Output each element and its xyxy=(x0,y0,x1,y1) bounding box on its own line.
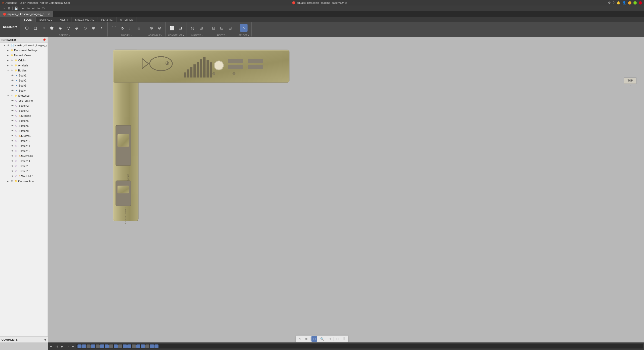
eye-sketch9[interactable]: 👁 xyxy=(11,134,14,138)
box-icon[interactable]: ▪ xyxy=(98,24,105,32)
tab-solid[interactable]: SOLID xyxy=(20,17,36,22)
tl-marker-16[interactable] xyxy=(145,344,149,348)
tab-mesh[interactable]: MESH xyxy=(56,17,71,22)
measure-icon[interactable]: ◎ xyxy=(189,24,196,32)
eye-sketch15[interactable]: 👁 xyxy=(11,164,14,168)
new-component-icon[interactable]: ⬡ xyxy=(23,24,31,32)
visibility-icon-analysis[interactable]: 👁 xyxy=(10,64,14,67)
maximize-button[interactable] xyxy=(633,1,637,5)
tab-plastic[interactable]: PLASTIC xyxy=(98,17,117,22)
browser-item-construction[interactable]: ▶ 👁 📁 Construction xyxy=(0,179,48,184)
browser-item-sketch4[interactable]: 👁 ⬡ ⚠ Sketch4 xyxy=(0,113,48,118)
rib-icon[interactable]: ▽ xyxy=(65,24,72,32)
eye-body3[interactable]: 👁 xyxy=(11,84,14,87)
loft-icon[interactable]: ◈ xyxy=(56,24,64,32)
browser-item-sketch15[interactable]: 👁 ⬡ Sketch15 xyxy=(0,164,48,169)
timeline-next-icon[interactable]: ▷ xyxy=(65,344,70,348)
browser-item-sketch16[interactable]: 👁 ⬡ Sketch16 xyxy=(0,169,48,174)
tl-marker-7[interactable] xyxy=(105,344,109,348)
tl-marker-15[interactable] xyxy=(141,344,145,348)
browser-item-sketch9[interactable]: 👁 ⬡ ⚠ Sketch9 xyxy=(0,133,48,138)
active-tab[interactable]: 🔴 aquatic_ultrasonic_imaging_c... ✕ xyxy=(0,11,53,17)
user-icon[interactable]: 👤 xyxy=(622,1,626,5)
browser-item-sketch17[interactable]: 👁 ⬡ ⚠ Sketch17 xyxy=(0,174,48,179)
pan-icon[interactable]: ⊟ xyxy=(327,336,333,342)
display-mode-icon[interactable]: ☐ xyxy=(311,336,317,342)
browser-item-body2[interactable]: 👁 ▪ Body2 xyxy=(0,78,48,83)
browser-item-sketch11[interactable]: 👁 ⬡ Sketch11 xyxy=(0,143,48,148)
thread-icon[interactable]: ⊕ xyxy=(90,24,97,32)
select-icon[interactable]: ↖ xyxy=(240,24,248,32)
browser-item-sketch12[interactable]: 👁 ⬡ Sketch12 xyxy=(0,148,48,153)
tl-marker-8[interactable] xyxy=(109,344,113,348)
timeline-prev-icon[interactable]: ◁ xyxy=(54,344,59,348)
eye-sketch13[interactable]: 👁 xyxy=(11,154,14,158)
tl-marker-9[interactable] xyxy=(114,344,118,348)
tl-marker-2[interactable] xyxy=(82,344,86,348)
chamfer-icon[interactable]: ⬘ xyxy=(118,24,126,32)
sweep-icon[interactable]: ⬟ xyxy=(48,24,56,32)
timeline-play-icon[interactable]: ▶ xyxy=(60,344,64,348)
save-icon[interactable]: 💾 xyxy=(14,6,18,11)
undo2-icon[interactable]: ↩ xyxy=(31,6,36,11)
rigid-group-icon[interactable]: ⊗ xyxy=(156,24,163,32)
browser-pin-icon[interactable]: 📌 xyxy=(43,38,46,42)
browser-item-sketch2[interactable]: 👁 ⬡ Sketch2 xyxy=(0,103,48,108)
browser-item-named-views[interactable]: ▶ 📁 Named Views xyxy=(0,53,48,58)
browser-root-item[interactable]: ▼ 👁 📄 aquatic_ultrasonic_imaging_c... ⚙ xyxy=(0,43,48,48)
redo2-icon[interactable]: ↪ xyxy=(36,6,41,11)
visibility-icon[interactable]: 👁 xyxy=(7,44,10,47)
tl-marker-10[interactable] xyxy=(118,344,122,348)
eye-sketch11[interactable]: 👁 xyxy=(11,144,14,148)
browser-item-sketch10[interactable]: 👁 ⬡ Sketch10 xyxy=(0,138,48,143)
expand-arrow-views[interactable]: ▶ xyxy=(7,54,10,57)
close-button[interactable] xyxy=(639,1,642,5)
redo-icon[interactable]: ↪ xyxy=(26,6,31,11)
browser-item-sketches[interactable]: ▼ 👁 📁 Sketches xyxy=(0,93,48,98)
tab-surface[interactable]: SURFACE xyxy=(36,17,56,22)
eye-sketch4[interactable]: 👁 xyxy=(11,114,14,118)
expand-arrow-construction[interactable]: ▶ xyxy=(7,180,10,182)
look-at-icon[interactable]: ⊕ xyxy=(304,336,309,342)
tl-marker-1[interactable] xyxy=(77,344,82,348)
visibility-icon-sketches[interactable]: 👁 xyxy=(10,94,14,97)
notifications-icon[interactable]: 🔔 xyxy=(617,1,620,5)
eye-sketch2[interactable]: 👁 xyxy=(11,104,14,107)
timeline-start-icon[interactable]: ⏮ xyxy=(49,344,53,348)
expand-arrow-origin[interactable]: ▶ xyxy=(7,59,10,62)
undo-icon[interactable]: ↩ xyxy=(21,6,26,11)
help-icon[interactable]: ? xyxy=(613,1,615,5)
browser-item-sketch5[interactable]: 👁 ⬡ Sketch5 xyxy=(0,118,48,123)
eye-body2[interactable]: 👁 xyxy=(11,79,14,82)
timeline-end-icon[interactable]: ⏭ xyxy=(71,344,75,348)
tl-marker-5[interactable] xyxy=(96,344,100,348)
insert-mesh-icon[interactable]: ⊞ xyxy=(218,24,225,32)
tl-marker-13[interactable] xyxy=(132,344,136,348)
expand-arrow-analysis[interactable]: ▶ xyxy=(7,64,10,67)
browser-item-sketch8[interactable]: 👁 ⬡ Sketch8 xyxy=(0,128,48,133)
midplane-icon[interactable]: ⊟ xyxy=(177,24,184,32)
browser-item-body1[interactable]: 👁 ▪ Body1 xyxy=(0,73,48,78)
insert-svg-icon[interactable]: ⊟ xyxy=(226,24,234,32)
grid-view-icon[interactable]: ☷ xyxy=(341,336,346,342)
browser-item-sketch13[interactable]: 👁 ⬡ ⚠ Sketch13 xyxy=(0,153,48,159)
interference-icon[interactable]: ⊞ xyxy=(197,24,205,32)
settings-icon[interactable]: ⚙ xyxy=(608,1,611,5)
expand-arrow[interactable]: ▼ xyxy=(4,44,6,47)
viewcube[interactable]: TOP Z xyxy=(621,77,639,98)
expand-arrow-sketches[interactable]: ▼ xyxy=(7,95,10,97)
grid-icon[interactable]: ⊞ xyxy=(7,6,11,11)
tl-marker-11[interactable] xyxy=(123,344,127,348)
visibility-icon-origin[interactable]: 👁 xyxy=(10,59,14,62)
home-icon[interactable]: ⌂ xyxy=(2,6,6,11)
eye-body4[interactable]: 👁 xyxy=(11,89,14,92)
revolve-icon[interactable]: ○ xyxy=(40,24,47,32)
browser-item-bodies[interactable]: ▼ 👁 📁 Bodies xyxy=(0,68,48,73)
extrude-icon[interactable]: ◻ xyxy=(31,24,39,32)
zoom-icon[interactable]: 🔍 xyxy=(319,336,325,342)
visibility-icon-bodies[interactable]: 👁 xyxy=(10,69,14,72)
eye-pcb[interactable]: 👁 xyxy=(11,99,14,102)
eye-sketch16[interactable]: 👁 xyxy=(11,169,14,173)
fillet-icon[interactable]: ⌒ xyxy=(110,24,118,32)
refresh-icon[interactable]: ↻ xyxy=(41,6,46,11)
